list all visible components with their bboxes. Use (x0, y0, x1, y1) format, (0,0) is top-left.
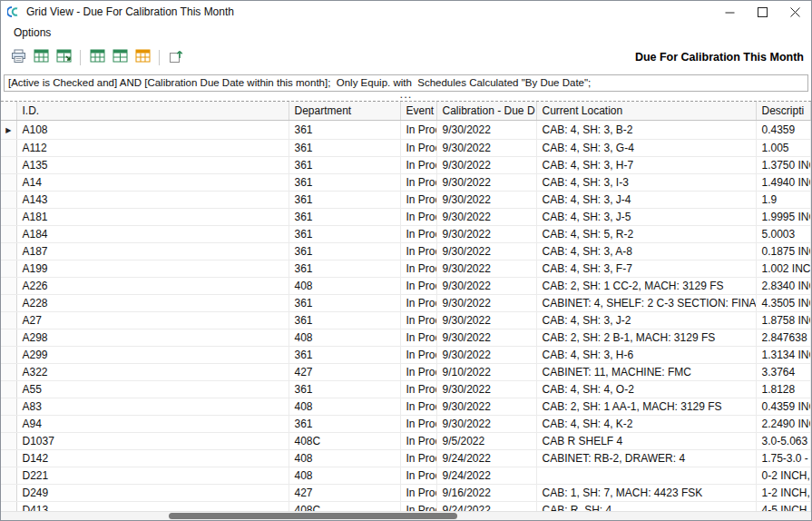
grid-cell[interactable]: 9/30/2022 (436, 208, 536, 225)
table-view-green-button[interactable] (87, 47, 107, 67)
grid-cell[interactable]: In Proc (400, 242, 436, 260)
grid-cell[interactable]: 9/24/2022 (436, 449, 536, 467)
table-row[interactable]: A14361In Proc9/30/2022CAB: 4, SH: 3, I-3… (1, 173, 811, 191)
grid-cell[interactable]: 2.8340 INC (756, 277, 811, 294)
grid-cell[interactable]: In Proc (400, 449, 436, 467)
table-row[interactable]: A184361In Proc9/30/2022CAB: 4, SH: 5, R-… (1, 225, 811, 242)
table-row[interactable]: A199361In Proc9/30/2022CAB: 4, SH: 3, F-… (1, 260, 811, 277)
grid-cell[interactable]: 5.0003 (756, 225, 811, 242)
maximize-button[interactable] (746, 1, 778, 23)
scrollbar-thumb[interactable] (169, 513, 457, 519)
grid-cell[interactable]: 361 (289, 294, 400, 311)
grid-cell[interactable]: 9/30/2022 (436, 380, 536, 398)
grid-cell[interactable]: In Proc (400, 277, 436, 294)
grid-cell[interactable]: A322 (16, 363, 289, 380)
grid-cell[interactable]: 9/30/2022 (436, 242, 536, 260)
table-row[interactable]: A112361In Proc9/30/2022CAB: 4, SH: 3, G-… (1, 139, 811, 156)
row-selector[interactable] (1, 277, 16, 294)
grid-cell[interactable]: In Proc (400, 260, 436, 277)
grid-cell[interactable]: 9/30/2022 (436, 398, 536, 415)
grid-cell[interactable]: 9/24/2022 (436, 467, 536, 484)
grid-cell[interactable]: 361 (289, 139, 400, 156)
column-header-description[interactable]: Descripti (756, 102, 811, 120)
print-button[interactable] (8, 47, 28, 67)
row-selector[interactable] (1, 311, 16, 329)
grid-cell[interactable] (536, 467, 756, 484)
grid-cell[interactable]: 9/24/2022 (436, 501, 536, 511)
grid-cell[interactable]: A108 (16, 120, 289, 139)
row-selector[interactable] (1, 225, 16, 242)
grid-cell[interactable]: 408 (289, 398, 400, 415)
select-all-corner[interactable] (1, 102, 16, 120)
grid-cell[interactable]: In Proc (400, 120, 436, 139)
grid-cell[interactable]: 3.0-5.063 (756, 432, 811, 449)
table-row[interactable]: A135361In Proc9/30/2022CAB: 4, SH: 3, H-… (1, 156, 811, 173)
grid-cell[interactable]: D221 (16, 467, 289, 484)
row-selector[interactable] (1, 380, 16, 398)
grid-cell[interactable]: 361 (289, 156, 400, 173)
row-selector[interactable] (1, 346, 16, 363)
grid-cell[interactable]: A298 (16, 329, 289, 346)
grid-cell[interactable]: 9/30/2022 (436, 139, 536, 156)
grid-cell[interactable]: D413 (16, 501, 289, 511)
column-header-event[interactable]: Event (400, 102, 436, 120)
grid-cell[interactable]: 361 (289, 346, 400, 363)
grid-cell[interactable]: CABINET: RB-2, DRAWER: 4 (536, 449, 756, 467)
grid-cell[interactable]: 1.005 (756, 139, 811, 156)
grid-cell[interactable]: 9/30/2022 (436, 120, 536, 139)
grid-cell[interactable]: A184 (16, 225, 289, 242)
grid-cell[interactable]: CAB: R, SH: 4 (536, 501, 756, 511)
grid-cell[interactable]: CAB: 4, SH: 3, I-3 (536, 173, 756, 191)
table-row[interactable]: D142408In Proc9/24/2022CABINET: RB-2, DR… (1, 449, 811, 467)
grid-cell[interactable]: 361 (289, 242, 400, 260)
row-selector[interactable] (1, 156, 16, 173)
grid-cell[interactable]: 0.4359 (756, 120, 811, 139)
grid-cell[interactable]: 9/30/2022 (436, 311, 536, 329)
row-selector[interactable] (1, 484, 16, 501)
grid-cell[interactable]: CAB: 4, SH: 4, K-2 (536, 415, 756, 432)
grid-cell[interactable]: D1037 (16, 432, 289, 449)
grid-cell[interactable]: A94 (16, 415, 289, 432)
grid-cell[interactable]: CAB: 2, SH: 1 CC-2, MACH: 3129 FS (536, 277, 756, 294)
grid-cell[interactable]: 0.1875 INC (756, 242, 811, 260)
grid-cell[interactable]: 361 (289, 208, 400, 225)
grid-cell[interactable]: In Proc (400, 191, 436, 208)
grid-cell[interactable]: 9/30/2022 (436, 191, 536, 208)
grid-cell[interactable]: 2.2490 INC (756, 415, 811, 432)
row-selector[interactable] (1, 363, 16, 380)
grid-cell[interactable]: 1.9995 INC (756, 208, 811, 225)
grid-cell[interactable]: A199 (16, 260, 289, 277)
grid-cell[interactable]: 1.8758 INC (756, 311, 811, 329)
grid-cell[interactable]: In Proc (400, 329, 436, 346)
row-selector[interactable] (1, 191, 16, 208)
column-header-id[interactable]: I.D. (16, 102, 289, 120)
grid-cell[interactable]: CAB: 4, SH: 3, H-6 (536, 346, 756, 363)
grid-cell[interactable]: In Proc (400, 311, 436, 329)
grid-cell[interactable]: CAB: 4, SH: 3, A-8 (536, 242, 756, 260)
grid-cell[interactable]: 1.3134 INC (756, 346, 811, 363)
row-selector[interactable] (1, 173, 16, 191)
export-table-alt-button[interactable] (54, 47, 73, 67)
row-selector[interactable] (1, 467, 16, 484)
grid-cell[interactable]: In Proc (400, 156, 436, 173)
grid-cell[interactable]: 427 (289, 363, 400, 380)
table-row[interactable]: D1037408CIn Proc9/5/2022CAB R SHELF 43.0… (1, 432, 811, 449)
grid-cell[interactable]: 9/16/2022 (436, 484, 536, 501)
export-file-button[interactable] (166, 47, 186, 67)
grid-cell[interactable]: 1.9 (756, 191, 811, 208)
table-row[interactable]: D221408In Proc9/24/20220-2 INCH, (1, 467, 811, 484)
table-row[interactable]: A83408In Proc9/30/2022CAB: 2, SH: 1 AA-1… (1, 398, 811, 415)
table-row[interactable]: A55361In Proc9/30/2022CAB: 4, SH: 4, O-2… (1, 380, 811, 398)
grid-cell[interactable]: A55 (16, 380, 289, 398)
row-selector[interactable] (1, 398, 16, 415)
grid-cell[interactable]: 1.3750 INC (756, 156, 811, 173)
grid-cell[interactable]: CAB: 4, SH: 3, F-7 (536, 260, 756, 277)
grid-cell[interactable]: 9/10/2022 (436, 363, 536, 380)
grid-cell[interactable]: 408 (289, 467, 400, 484)
table-view-green-2-button[interactable] (110, 47, 130, 67)
grid-cell[interactable]: 361 (289, 311, 400, 329)
table-view-orange-button[interactable] (132, 47, 152, 67)
grid-cell[interactable]: In Proc (400, 173, 436, 191)
grid-cell[interactable]: 9/5/2022 (436, 432, 536, 449)
grid-cell[interactable]: 9/30/2022 (436, 173, 536, 191)
